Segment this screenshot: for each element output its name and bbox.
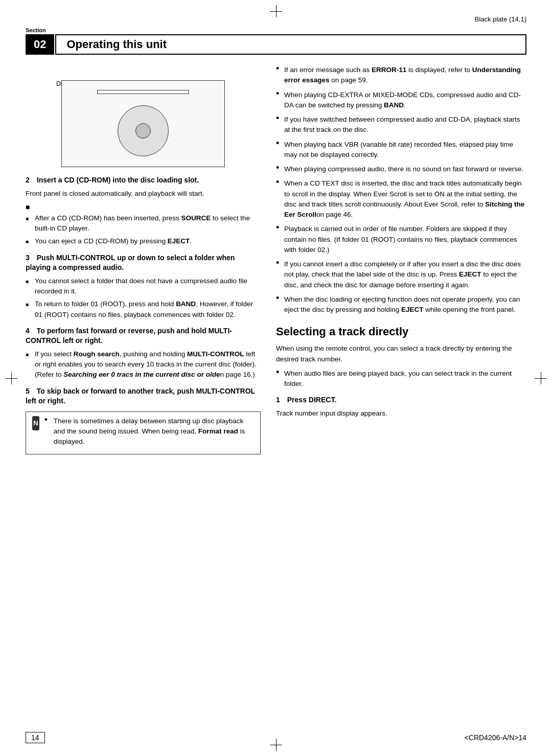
right-bullet3-text: If you have switched between compressed … xyxy=(284,114,526,135)
bullet-square2-icon: ■ xyxy=(26,238,31,246)
right-bullet4: • When playing back VBR (variable bit ra… xyxy=(276,140,526,161)
eject-bold: EJECT xyxy=(168,237,190,245)
bullet-dot9-icon: • xyxy=(276,293,281,315)
left-column: Disc loading slot 2 Insert a CD (CD-ROM)… xyxy=(26,65,261,460)
bullet-sq3-icon: ■ xyxy=(26,278,31,297)
right-bullet2: • When playing CD-EXTRA or MIXED-MODE CD… xyxy=(276,90,526,111)
step4-bullet1-text: If you select Rough search, pushing and … xyxy=(35,349,261,380)
step3-section: 3 Push MULTI-CONTROL up or down to selec… xyxy=(26,253,261,320)
sitching-bold: Sitching the Eer Scroll xyxy=(284,200,524,218)
step2-bullet2-text: You can eject a CD (CD-ROM) by pressing … xyxy=(35,236,192,246)
step3-bullet1-text: You cannot select a folder that does not… xyxy=(35,276,261,297)
step5-section: 5 To skip back or forward to another tra… xyxy=(26,386,261,406)
bullet-dot-icon: • xyxy=(44,415,50,447)
section-title-text: Operating this unit xyxy=(55,34,526,55)
note-box: N • There is sometimes a delay between s… xyxy=(26,411,261,454)
sub-section-intro: When using the remote control, you can s… xyxy=(276,343,526,364)
band-bold: BAND xyxy=(176,300,196,308)
right-bullet8-text: If you cannot insert a disc completely o… xyxy=(284,259,526,290)
step4-bullet1: ■ If you select Rough search, pushing an… xyxy=(26,349,261,380)
step2-text: Front panel is closed automatically, and… xyxy=(26,189,261,199)
bullet-dot4-icon: • xyxy=(276,139,281,161)
eject2-bold: EJECT xyxy=(459,270,481,278)
black-plate-label: Black plate (14,1) xyxy=(475,15,526,23)
step3-bullet2-text: To return to folder 01 (ROOT), press and… xyxy=(35,299,261,320)
note-bullet1-text: There is sometimes a delay between start… xyxy=(54,416,254,447)
right-bullet5-text: When playing compressed audio, there is … xyxy=(284,164,523,174)
eject3-bold: EJECT xyxy=(401,306,424,313)
right-bullet7: • Playback is carried out in order of fi… xyxy=(276,224,526,255)
rough-search-bold: Rough search xyxy=(74,350,120,358)
bullet-dot1-icon: • xyxy=(276,64,281,86)
press-direct-text: Track number input display appears. xyxy=(276,408,526,419)
step3-heading: 3 Push MULTI-CONTROL up or down to selec… xyxy=(26,253,261,273)
page-container: Black plate (14,1) Section 02 Operating … xyxy=(0,0,552,756)
right-bullet2-text: When playing CD-EXTRA or MIXED-MODE CDs,… xyxy=(284,90,526,111)
bullet-sq5-icon: ■ xyxy=(26,351,31,380)
disc-circle-outer xyxy=(118,105,169,156)
sub-bullet1: • When audio files are being played back… xyxy=(276,369,526,390)
step2-bullet2: ■ You can eject a CD (CD-ROM) by pressin… xyxy=(26,236,261,246)
sub-section-title: Selecting a track directly xyxy=(276,325,526,338)
bullet-dot6-icon: • xyxy=(276,177,281,220)
right-bullet9: • When the disc loading or ejecting func… xyxy=(276,294,526,315)
section-title-bar: 02 Operating this unit xyxy=(26,34,526,55)
right-bullet4-text: When playing back VBR (variable bit rate… xyxy=(284,140,526,161)
note-bullet1: • There is sometimes a delay between sta… xyxy=(44,416,254,447)
right-bullet1-text: If an error message such as ERROR-11 is … xyxy=(284,65,526,86)
step4-section: 4 To perform fast forward or reverse, pu… xyxy=(26,326,261,380)
right-bullet1: • If an error message such as ERROR-11 i… xyxy=(276,65,526,86)
bullet-dot2-icon: • xyxy=(276,89,281,111)
error11-bold: ERROR-11 xyxy=(372,66,406,74)
disc-circle-inner xyxy=(135,123,151,139)
note-content: • There is sometimes a delay between sta… xyxy=(44,416,254,450)
source-bold: SOURCE xyxy=(181,214,211,222)
format-read-bold: Format read xyxy=(198,427,238,435)
step2-bullet1-text: After a CD (CD-ROM) has been inserted, p… xyxy=(35,213,261,234)
right-bullet6: • When a CD TEXT disc is inserted, the d… xyxy=(276,178,526,220)
bullet-sq4-icon: ■ xyxy=(26,301,31,320)
step2-heading: 2 Insert a CD (CD-ROM) into the disc loa… xyxy=(26,175,261,186)
step2-bullet1: ■ After a CD (CD-ROM) has been inserted,… xyxy=(26,213,261,234)
bullet-dot7-icon: • xyxy=(276,223,281,255)
crosshair-left-mid xyxy=(5,372,17,384)
step3-bullet2: ■ To return to folder 01 (ROOT), press a… xyxy=(26,299,261,320)
step5-heading: 5 To skip back or forward to another tra… xyxy=(26,386,261,406)
step3-bullet1: ■ You cannot select a folder that does n… xyxy=(26,276,261,297)
press-direct-heading: 1 Press DIRECT. xyxy=(276,395,526,405)
bullet-square-icon: ■ xyxy=(26,215,31,234)
right-column: • If an error message such as ERROR-11 i… xyxy=(276,65,526,460)
sub-bullet1-text: When audio files are being played back, … xyxy=(284,369,526,390)
right-bullet7-text: Playback is carried out in order of file… xyxy=(284,224,526,255)
press-direct-section: 1 Press DIRECT. Track number input displ… xyxy=(276,395,526,419)
searching-bold: Searching eer 0 tracs in the current dis… xyxy=(63,371,220,378)
disc-slot xyxy=(97,90,189,94)
model-number: <CRD4206-A/N>14 xyxy=(465,734,526,742)
right-bullet6-text: When a CD TEXT disc is inserted, the dis… xyxy=(284,178,526,220)
section-label: Section xyxy=(26,27,526,33)
main-content: Disc loading slot 2 Insert a CD (CD-ROM)… xyxy=(26,65,526,460)
page-footer: 14 <CRD4206-A/N>14 xyxy=(26,732,526,743)
bullet-dot5-icon: • xyxy=(276,163,281,174)
right-bullet9-text: When the disc loading or ejecting functi… xyxy=(284,294,526,315)
right-bullet3: • If you have switched between compresse… xyxy=(276,114,526,135)
bullet-dot8-icon: • xyxy=(276,258,281,290)
page-number: 14 xyxy=(26,732,45,743)
step4-heading: 4 To perform fast forward or reverse, pu… xyxy=(26,326,261,346)
disc-image-container: Disc loading slot xyxy=(26,80,261,167)
sub-bullet-dot-icon: • xyxy=(276,368,281,390)
multi-control-bold: MULTI-CONTROL xyxy=(187,350,244,358)
right-bullet8: • If you cannot insert a disc completely… xyxy=(276,259,526,290)
band2-bold: BAND xyxy=(384,101,404,109)
direct-bold: DIRECT. xyxy=(309,396,336,404)
note-icon: N xyxy=(32,416,39,430)
right-bullet5: • When playing compressed audio, there i… xyxy=(276,164,526,174)
disc-drawing xyxy=(61,80,225,167)
crosshair-right-mid xyxy=(535,372,547,384)
section-number: 02 xyxy=(26,34,55,55)
bullet-dot3-icon: • xyxy=(276,113,281,135)
crosshair-top-center xyxy=(270,5,282,17)
